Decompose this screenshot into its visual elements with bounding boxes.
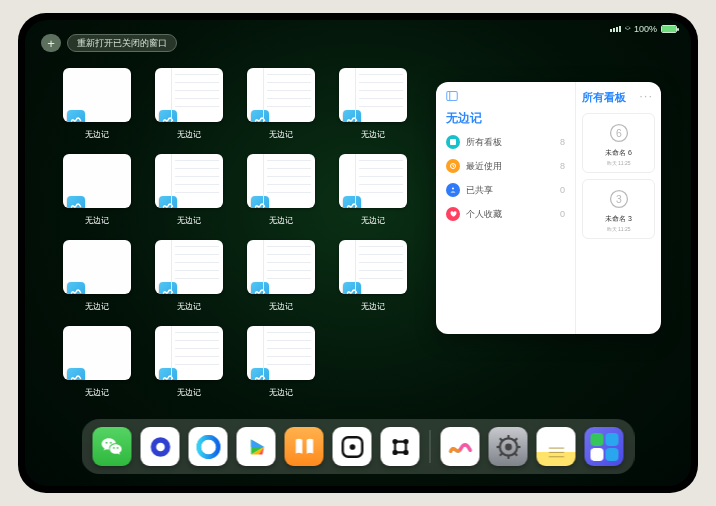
freeform-floating-window[interactable]: ··· 无边记 所有看板8最近使用8已共享0个人收藏0 所有看板 6未命名 6昨…: [436, 82, 661, 334]
window-thumb[interactable]: 无边记: [245, 240, 317, 316]
freeform-mini-icon: [251, 282, 269, 294]
thumb-label: 无边记: [269, 301, 293, 312]
window-thumb[interactable]: 无边记: [153, 68, 225, 144]
sketch-icon: 6: [606, 120, 632, 146]
item-count: 8: [560, 161, 565, 171]
thumb-label: 无边记: [85, 129, 109, 140]
thumb-label: 无边记: [177, 387, 201, 398]
thumb-label: 无边记: [361, 215, 385, 226]
svg-point-6: [452, 188, 454, 190]
window-thumb[interactable]: 无边记: [337, 240, 409, 316]
thumb-preview: [63, 326, 131, 380]
item-count: 0: [560, 185, 565, 195]
thumb-label: 无边记: [269, 387, 293, 398]
thumb-preview: [63, 68, 131, 122]
svg-line-27: [499, 438, 501, 440]
board-thumb[interactable]: 6未命名 6昨天 11:25: [582, 113, 655, 173]
wifi-icon: ⌔: [625, 24, 630, 34]
window-thumb[interactable]: 无边记: [153, 154, 225, 230]
sidebar-item[interactable]: 个人收藏0: [446, 207, 565, 221]
window-thumb[interactable]: 无边记: [61, 68, 133, 144]
thumb-label: 无边记: [361, 301, 385, 312]
sidebar: 无边记 所有看板8最近使用8已共享0个人收藏0: [436, 82, 576, 334]
item-label: 已共享: [466, 184, 493, 197]
thumb-preview: [247, 326, 315, 380]
sidebar-item[interactable]: 最近使用8: [446, 159, 565, 173]
sidebar-item[interactable]: 已共享0: [446, 183, 565, 197]
thumb-preview: [339, 240, 407, 294]
freeform-mini-icon: [251, 110, 269, 122]
board-time: 昨天 11:25: [607, 226, 631, 232]
svg-text:6: 6: [616, 128, 622, 139]
freeform-mini-icon: [159, 368, 177, 380]
video-app-icon[interactable]: [237, 427, 276, 466]
svg-line-30: [499, 453, 501, 455]
more-icon[interactable]: ···: [639, 88, 653, 103]
item-label: 最近使用: [466, 160, 502, 173]
board-time: 昨天 11:25: [607, 160, 631, 166]
add-button[interactable]: +: [41, 34, 61, 52]
dock-separator: [430, 430, 431, 463]
category-icon: [446, 207, 460, 221]
grid-game-app-icon[interactable]: [381, 427, 420, 466]
quark-app-icon[interactable]: [141, 427, 180, 466]
battery-pct: 100%: [634, 24, 657, 34]
sketch-icon: 3: [606, 186, 632, 212]
wechat-app-icon[interactable]: [93, 427, 132, 466]
window-thumb[interactable]: 无边记: [245, 326, 317, 402]
qq-browser-app-icon[interactable]: [189, 427, 228, 466]
category-icon: [446, 159, 460, 173]
svg-rect-0: [447, 92, 458, 101]
freeform-app-icon[interactable]: [441, 427, 480, 466]
thumb-label: 无边记: [361, 129, 385, 140]
thumb-preview: [339, 68, 407, 122]
item-count: 8: [560, 137, 565, 147]
sidebar-toggle-icon[interactable]: [446, 90, 458, 104]
window-thumb[interactable]: 无边记: [337, 154, 409, 230]
svg-point-14: [198, 437, 218, 457]
window-thumb[interactable]: 无边记: [245, 68, 317, 144]
ipad-frame: ⌔ 100% + 重新打开已关闭的窗口 无边记无边记无边记无边记无边记无边记无边…: [18, 13, 698, 493]
thumb-preview: [155, 240, 223, 294]
window-thumb[interactable]: 无边记: [61, 326, 133, 402]
window-thumb[interactable]: 无边记: [337, 68, 409, 144]
thumb-preview: [247, 68, 315, 122]
top-toolbar: + 重新打开已关闭的窗口: [41, 34, 177, 52]
thumb-label: 无边记: [177, 301, 201, 312]
window-thumb[interactable]: 无边记: [61, 240, 133, 316]
svg-point-12: [156, 442, 165, 451]
svg-line-28: [515, 453, 517, 455]
item-label: 个人收藏: [466, 208, 502, 221]
window-thumb[interactable]: 无边记: [153, 326, 225, 402]
books-app-icon[interactable]: [285, 427, 324, 466]
window-thumb[interactable]: 无边记: [245, 154, 317, 230]
screen: ⌔ 100% + 重新打开已关闭的窗口 无边记无边记无边记无边记无边记无边记无边…: [25, 20, 691, 486]
notes-app-icon[interactable]: [537, 427, 576, 466]
reopen-closed-window-button[interactable]: 重新打开已关闭的窗口: [67, 34, 177, 52]
battery-icon: [661, 25, 677, 33]
freeform-mini-icon: [159, 110, 177, 122]
app-title: 无边记: [446, 110, 565, 127]
category-icon: [446, 183, 460, 197]
settings-app-icon[interactable]: [489, 427, 528, 466]
thumb-label: 无边记: [85, 301, 109, 312]
freeform-mini-icon: [343, 196, 361, 208]
app-library-icon[interactable]: [585, 427, 624, 466]
window-thumb[interactable]: 无边记: [153, 240, 225, 316]
thumb-preview: [155, 154, 223, 208]
thumb-preview: [63, 240, 131, 294]
status-bar: ⌔ 100%: [610, 24, 677, 34]
sidebar-item[interactable]: 所有看板8: [446, 135, 565, 149]
svg-rect-2: [450, 139, 456, 145]
thumb-preview: [155, 326, 223, 380]
freeform-mini-icon: [67, 196, 85, 208]
thumb-preview: [247, 154, 315, 208]
dice-app-icon[interactable]: [333, 427, 372, 466]
board-thumb[interactable]: 3未命名 3昨天 11:25: [582, 179, 655, 239]
item-count: 0: [560, 209, 565, 219]
thumb-preview: [155, 68, 223, 122]
thumb-label: 无边记: [269, 129, 293, 140]
window-thumb[interactable]: 无边记: [61, 154, 133, 230]
svg-point-22: [505, 443, 512, 450]
svg-point-16: [349, 444, 355, 450]
